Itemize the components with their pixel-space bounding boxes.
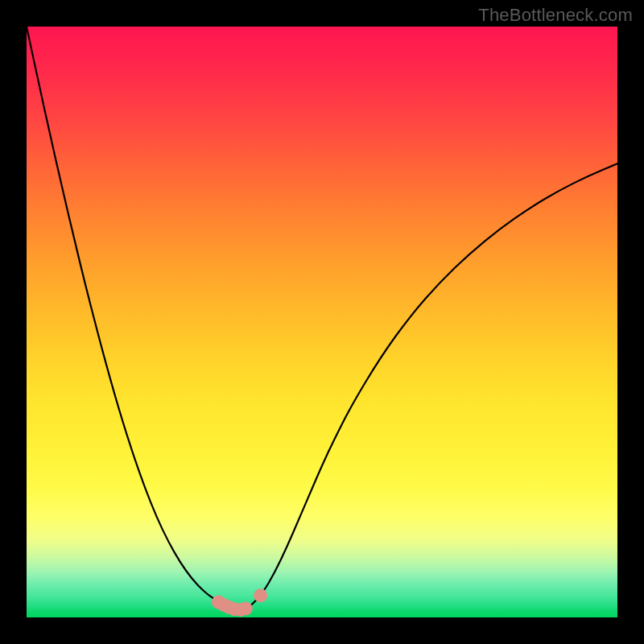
watermark-text: TheBottleneck.com: [478, 5, 633, 26]
plot-area: [27, 27, 617, 617]
bottleneck-curve: [27, 27, 617, 610]
bottleneck-curve-layer: [27, 27, 617, 617]
curve-marker: [254, 588, 267, 602]
marker-group: [212, 588, 267, 617]
chart-frame: TheBottleneck.com: [0, 0, 644, 644]
curve-marker: [239, 601, 253, 615]
